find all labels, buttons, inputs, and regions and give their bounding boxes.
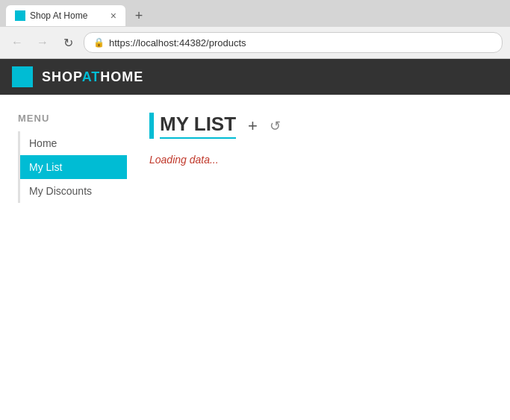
forward-button[interactable]: → <box>33 33 52 52</box>
title-accent <box>149 113 154 139</box>
sidebar-nav: Home My List My Discounts <box>18 131 127 203</box>
tab-close-button[interactable]: × <box>111 10 116 21</box>
browser-chrome: Shop At Home × + ← → ↻ 🔒 https://localho… <box>0 0 510 59</box>
lock-icon: 🔒 <box>93 37 105 48</box>
refresh-list-button[interactable]: ↺ <box>270 118 281 134</box>
tab-title: Shop At Home <box>30 10 106 21</box>
app-body: MENU Home My List My Discounts MY LIST +… <box>0 95 510 203</box>
sidebar-item-mydiscounts-label: My Discounts <box>29 185 92 197</box>
back-icon: ← <box>11 36 23 49</box>
brand-shop: SHOP <box>42 69 82 84</box>
sidebar-item-mylist[interactable]: My List <box>20 155 127 179</box>
address-text: https://localhost:44382/products <box>109 37 246 48</box>
address-bar: ← → ↻ 🔒 https://localhost:44382/products <box>0 27 510 58</box>
app-header: SHOPATHOME <box>0 59 510 95</box>
refresh-button[interactable]: ↻ <box>58 33 78 52</box>
sidebar-item-mydiscounts[interactable]: My Discounts <box>20 179 127 203</box>
refresh-icon: ↻ <box>63 36 73 50</box>
menu-label: MENU <box>18 113 127 124</box>
app-logo-box <box>12 66 33 87</box>
address-field[interactable]: 🔒 https://localhost:44382/products <box>84 32 503 53</box>
browser-tab[interactable]: Shop At Home × <box>6 5 125 26</box>
forward-icon: → <box>37 36 49 49</box>
tab-bar: Shop At Home × + <box>0 0 510 27</box>
new-tab-button[interactable]: + <box>128 5 149 26</box>
brand-home: HOME <box>100 69 143 84</box>
main-content: MY LIST + ↺ Loading data... <box>127 113 510 203</box>
page-title: MY LIST <box>160 113 236 139</box>
tab-favicon-icon <box>15 10 25 21</box>
app-brand: SHOPATHOME <box>42 69 143 85</box>
refresh-list-icon: ↺ <box>270 118 281 134</box>
sidebar: MENU Home My List My Discounts <box>0 113 127 203</box>
sidebar-item-home[interactable]: Home <box>20 131 127 155</box>
back-button[interactable]: ← <box>7 33 27 52</box>
brand-at: AT <box>82 69 101 84</box>
loading-text: Loading data... <box>149 154 488 166</box>
sidebar-item-home-label: Home <box>29 137 57 149</box>
add-button[interactable]: + <box>248 118 258 134</box>
page-title-container: MY LIST <box>149 113 236 139</box>
page-header: MY LIST + ↺ <box>149 113 488 139</box>
sidebar-item-mylist-label: My List <box>29 161 62 173</box>
